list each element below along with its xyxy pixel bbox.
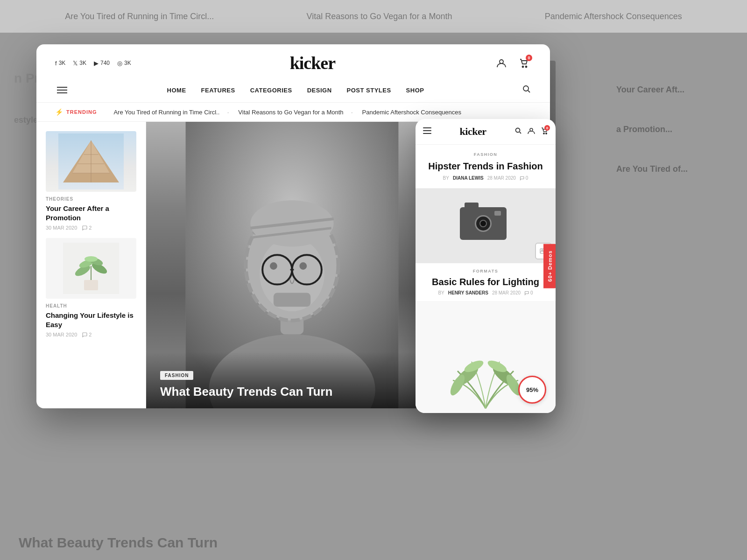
center-article[interactable]: FASHION What Beauty Trends Can Turn (146, 122, 438, 408)
mobile-formats-by: BY (438, 290, 444, 295)
card-career[interactable]: THEORIES Your Career After a Promotion 3… (46, 131, 136, 231)
camera-body (460, 207, 507, 240)
card-lifestyle-image (46, 238, 136, 299)
cart-badge: 0 (526, 55, 532, 61)
svg-point-41 (543, 133, 544, 134)
trending-item-1[interactable]: Are You Tired of Running in Time Circl.. (104, 109, 229, 116)
social-links: f 3K 𝕏 3K ▶ 740 ◎ 3K (55, 60, 131, 67)
card-lifestyle-title: Changing Your Lifestyle is Easy (46, 311, 136, 329)
card-lifestyle-meta: 30 MAR 2020 2 (46, 332, 136, 337)
mobile-formats-category: FORMATS (423, 269, 548, 273)
mobile-logo[interactable]: kicker (460, 126, 486, 138)
social-youtube[interactable]: ▶ 740 (94, 60, 110, 67)
svg-rect-12 (84, 280, 98, 290)
mobile-formats-meta: BY HENRY SANDERS 28 MAR 2020 0 (423, 290, 548, 295)
mobile-formats-article[interactable]: FORMATS Basic Rules for Lighting BY HENR… (416, 263, 556, 301)
trending-item-2[interactable]: Vital Reasons to Go Vegan for a Month (229, 109, 352, 116)
svg-point-39 (515, 128, 520, 133)
hamburger-menu[interactable] (55, 85, 69, 95)
nav-categories[interactable]: CATEGORIES (250, 87, 292, 94)
mobile-formats-comments: 0 (524, 290, 533, 295)
bg-trending-2: Vital Reasons to Go Vegan for a Month (307, 12, 452, 21)
progress-circle: 95% (518, 376, 546, 404)
mobile-content: FASHION Hipster Trends in Fashion BY DIA… (416, 145, 556, 413)
bg-right: Your Career Aft... a Promotion... Are Yo… (607, 33, 747, 525)
twitter-count: 3K (79, 60, 86, 66)
demos-tab[interactable]: 60+ Demos (543, 244, 556, 288)
svg-rect-32 (274, 293, 310, 307)
svg-point-18 (85, 256, 98, 262)
bg-trending-1: Are You Tired of Running in Time Circl..… (65, 12, 214, 21)
card-lifestyle-date: 30 MAR 2020 (46, 332, 77, 337)
youtube-count: 740 (100, 60, 110, 66)
camera-lens (475, 215, 492, 232)
site-logo[interactable]: kicker (290, 53, 335, 73)
social-facebook[interactable]: f 3K (55, 60, 65, 67)
facebook-count: 3K (59, 60, 66, 66)
facebook-icon: f (55, 60, 57, 67)
mobile-top-comments: 0 (520, 175, 529, 181)
search-button[interactable] (522, 84, 531, 96)
svg-point-40 (530, 128, 533, 131)
card-career-meta: 30 MAR 2020 2 (46, 225, 136, 231)
cart-icon-button[interactable]: 0 (516, 56, 531, 70)
plant-img (46, 238, 136, 299)
instagram-icon: ◎ (117, 60, 122, 67)
mobile-cart-button[interactable]: 0 (541, 127, 548, 136)
camera-flash (494, 211, 501, 216)
mobile-cart-badge: 0 (544, 125, 550, 131)
trending-item-3[interactable]: Pandemic Aftershock Consequences (353, 109, 471, 116)
youtube-icon: ▶ (94, 60, 99, 67)
header-top: f 3K 𝕏 3K ▶ 740 ◎ 3K kicker (55, 44, 531, 78)
user-icon-button[interactable] (494, 56, 509, 70)
center-article-title: What Beauty Trends Can Turn (160, 385, 424, 399)
center-article-image: FASHION What Beauty Trends Can Turn (146, 122, 438, 408)
nav-design[interactable]: DESIGN (307, 87, 332, 94)
bg-trending-3: Pandemic Aftershock Consequences (545, 12, 682, 21)
trending-label: ⚡ TRENDING (55, 108, 97, 116)
mobile-camera-image (416, 189, 556, 263)
site-nav: HOME FEATURES CATEGORIES DESIGN POST STY… (55, 78, 531, 102)
svg-point-2 (526, 66, 527, 68)
mobile-window: kicker 0 (416, 119, 556, 413)
mobile-top-by: BY (443, 175, 449, 181)
card-career-date: 30 MAR 2020 (46, 225, 77, 231)
mobile-user-button[interactable] (528, 127, 535, 136)
svg-rect-37 (423, 130, 431, 131)
card-lifestyle-category: HEALTH (46, 303, 136, 308)
trending-items: Are You Tired of Running in Time Circl..… (104, 109, 471, 116)
mobile-formats-date: 28 MAR 2020 (492, 290, 521, 295)
svg-rect-36 (423, 127, 431, 128)
nav-post-styles[interactable]: POST STYLES (347, 87, 391, 94)
card-lifestyle-comments: 2 (82, 332, 92, 337)
site-header: f 3K 𝕏 3K ▶ 740 ◎ 3K kicker (36, 44, 550, 103)
nav-features[interactable]: FEATURES (201, 87, 235, 94)
center-overlay: FASHION What Beauty Trends Can Turn (146, 352, 438, 408)
svg-point-1 (522, 66, 524, 68)
left-cards: THEORIES Your Career After a Promotion 3… (36, 122, 146, 408)
mobile-top-date: 28 MAR 2020 (487, 175, 516, 181)
svg-point-0 (500, 60, 503, 63)
social-twitter[interactable]: 𝕏 3K (73, 60, 86, 67)
nav-shop[interactable]: SHOP (406, 87, 424, 94)
mobile-search-button[interactable] (514, 127, 522, 136)
twitter-icon: 𝕏 (73, 60, 78, 67)
mobile-top-article[interactable]: FASHION Hipster Trends in Fashion BY DIA… (416, 145, 556, 189)
center-category-badge: FASHION (160, 371, 193, 380)
mobile-plant-image: 95% (416, 301, 556, 413)
svg-rect-38 (423, 133, 431, 134)
trending-bolt-icon: ⚡ (55, 108, 63, 116)
mobile-hamburger[interactable] (423, 127, 431, 136)
header-actions: 0 (494, 56, 531, 70)
card-career-image (46, 131, 136, 192)
social-instagram[interactable]: ◎ 3K (117, 60, 131, 67)
nav-home[interactable]: HOME (167, 87, 186, 94)
mobile-header: kicker 0 (416, 119, 556, 145)
mobile-formats-author: HENRY SANDERS (448, 290, 488, 295)
mobile-top-meta: BY DIANA LEWIS 28 MAR 2020 0 (423, 175, 548, 181)
card-lifestyle[interactable]: HEALTH Changing Your Lifestyle is Easy 3… (46, 238, 136, 337)
svg-point-42 (546, 133, 547, 134)
mobile-top-title: Hipster Trends in Fashion (423, 161, 548, 172)
svg-point-30 (270, 262, 277, 270)
mobile-top-author: DIANA LEWIS (453, 175, 484, 181)
